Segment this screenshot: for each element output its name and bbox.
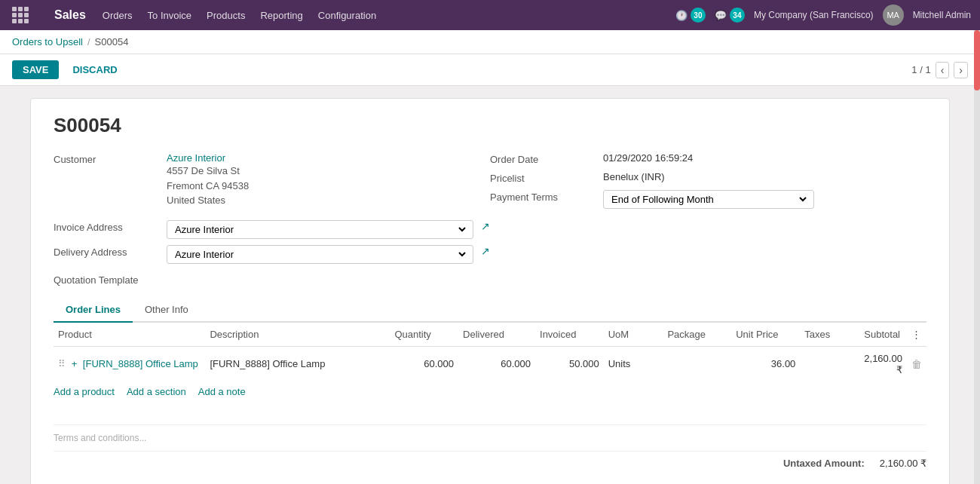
row-unit-price: 36.00 — [731, 346, 800, 381]
terms-placeholder[interactable]: Terms and conditions... — [54, 433, 146, 443]
col-header-delivered: Delivered — [458, 323, 535, 347]
payment-terms-select-wrap[interactable]: End of Following Month — [603, 190, 814, 209]
delivery-address-value: Azure Interior — [167, 245, 473, 264]
col-header-quantity: Quantity — [390, 323, 458, 347]
avatar[interactable]: MA — [883, 5, 904, 26]
top-right-controls: 🕐 30 💬 34 My Company (San Francisco) MA … — [675, 5, 971, 26]
drag-handle[interactable]: ⠿ — [58, 358, 66, 369]
row-package — [663, 346, 731, 381]
tabs-bar: Order Lines Other Info — [54, 298, 926, 323]
prev-page-button[interactable]: ‹ — [936, 62, 950, 78]
pagination-info: 1 / 1 ‹ › — [911, 62, 968, 78]
menu-configuration[interactable]: Configuration — [317, 7, 378, 24]
form-right: Order Date 01/29/2020 16:59:24 Pricelist… — [490, 152, 926, 286]
totals-row: Untaxed Amount: 2,160.00 ₹ — [54, 451, 926, 475]
menu-orders[interactable]: Orders — [101, 7, 134, 24]
row-taxes — [800, 346, 859, 381]
payment-terms-label: Payment Terms — [490, 190, 596, 203]
customer-label: Customer — [54, 152, 159, 165]
table-row: ⠿ + [FURN_8888] Office Lamp [FURN_8888] … — [54, 346, 926, 381]
add-note-link[interactable]: Add a note — [198, 386, 246, 397]
scrollbar-thumb[interactable] — [974, 30, 980, 90]
row-uom: Units — [604, 346, 663, 381]
delivery-address-label: Delivery Address — [54, 245, 159, 258]
next-page-button[interactable]: › — [954, 62, 968, 78]
apps-grid-icon[interactable] — [9, 4, 32, 26]
document-card: S00054 Customer Azure Interior 4557 De S… — [30, 98, 950, 484]
col-header-taxes: Taxes — [800, 323, 859, 347]
delivery-address-select-wrap[interactable]: Azure Interior — [167, 245, 473, 264]
pagination-text: 1 / 1 — [911, 64, 930, 75]
order-date-value: 01/29/2020 16:59:24 — [603, 152, 693, 164]
menu-products[interactable]: Products — [205, 7, 247, 24]
breadcrumb-parent[interactable]: Orders to Upsell — [12, 36, 83, 47]
add-product-link[interactable]: Add a product — [54, 386, 115, 397]
invoice-address-value: Azure Interior — [167, 220, 473, 239]
user-name[interactable]: Mitchell Admin — [913, 10, 971, 20]
page-scrollbar[interactable] — [974, 30, 980, 484]
col-header-package: Package — [663, 323, 731, 347]
tab-other-info[interactable]: Other Info — [133, 298, 201, 323]
col-header-subtotal: Subtotal — [859, 323, 907, 347]
invoice-address-select-wrap[interactable]: Azure Interior — [167, 220, 473, 239]
quotation-template-row: Quotation Template — [54, 273, 490, 286]
col-header-description: Description — [205, 323, 390, 347]
breadcrumb: Orders to Upsell / S00054 — [0, 30, 980, 54]
terms-area: Terms and conditions... — [54, 424, 926, 443]
order-lines-table: Product Description Quantity Delivered I… — [54, 323, 926, 381]
delivery-address-ext-link[interactable]: ↗ — [481, 245, 490, 257]
main-content: S00054 Customer Azure Interior 4557 De S… — [15, 86, 965, 484]
add-section-link[interactable]: Add a section — [127, 386, 186, 397]
col-header-product: Product — [54, 323, 205, 347]
clock-icon-group[interactable]: 🕐 30 — [675, 8, 706, 23]
menu-reporting[interactable]: Reporting — [259, 7, 304, 24]
more-options-icon[interactable]: ⋮ — [911, 329, 921, 340]
row-subtotal: 2,160.00 ₹ — [859, 346, 907, 381]
customer-value: Azure Interior 4557 De Silva St Fremont … — [167, 152, 490, 208]
untaxed-amount-label: Untaxed Amount: — [783, 458, 865, 469]
customer-address-line3: United States — [167, 193, 490, 208]
discard-button[interactable]: DISCARD — [65, 60, 124, 79]
save-button[interactable]: SAVE — [12, 60, 59, 79]
customer-address-line1: 4557 De Silva St — [167, 164, 490, 179]
col-header-unit-price: Unit Price — [731, 323, 800, 347]
breadcrumb-separator: / — [87, 36, 90, 47]
invoice-address-select[interactable]: Azure Interior — [172, 223, 468, 236]
add-row-icon[interactable]: + — [72, 358, 78, 369]
chat-icon-group[interactable]: 💬 34 — [715, 8, 745, 23]
payment-terms-select[interactable]: End of Following Month — [608, 193, 809, 206]
top-menu: Orders To Invoice Products Reporting Con… — [101, 7, 660, 24]
company-selector[interactable]: My Company (San Francisco) — [754, 10, 874, 20]
chat-badge: 34 — [730, 8, 745, 23]
payment-terms-row: Payment Terms End of Following Month — [490, 190, 926, 209]
delivery-address-select[interactable]: Azure Interior — [172, 248, 468, 261]
row-invoiced: 50.000 — [535, 346, 604, 381]
breadcrumb-current: S00054 — [95, 36, 129, 47]
clock-icon: 🕐 — [675, 10, 688, 21]
col-header-uom: UoM — [604, 323, 663, 347]
order-date-label: Order Date — [490, 152, 596, 165]
pricelist-value: Benelux (INR) — [603, 171, 665, 182]
document-title: S00054 — [54, 114, 926, 137]
customer-field-row: Customer Azure Interior 4557 De Silva St… — [54, 152, 490, 208]
tab-order-lines[interactable]: Order Lines — [54, 298, 133, 323]
product-link[interactable]: [FURN_8888] Office Lamp — [83, 358, 198, 369]
customer-address-line2: Fremont CA 94538 — [167, 179, 490, 194]
invoice-address-row: Invoice Address Azure Interior ↗ — [54, 220, 490, 239]
chat-icon: 💬 — [715, 10, 727, 21]
order-date-row: Order Date 01/29/2020 16:59:24 — [490, 152, 926, 165]
menu-to-invoice[interactable]: To Invoice — [146, 7, 194, 24]
row-quantity: 60.000 — [390, 346, 458, 381]
app-brand: Sales — [54, 8, 86, 22]
table-header-row: Product Description Quantity Delivered I… — [54, 323, 926, 347]
row-delivered: 60.000 — [458, 346, 535, 381]
clock-badge: 30 — [691, 8, 706, 23]
invoice-address-ext-link[interactable]: ↗ — [481, 220, 490, 232]
delete-row-icon[interactable]: 🗑 — [911, 358, 922, 370]
customer-link[interactable]: Azure Interior — [167, 152, 225, 164]
action-toolbar: SAVE DISCARD 1 / 1 ‹ › — [0, 54, 980, 86]
quotation-template-label: Quotation Template — [54, 273, 159, 286]
row-description: [FURN_8888] Office Lamp — [205, 346, 390, 381]
untaxed-amount-value: 2,160.00 ₹ — [880, 458, 926, 469]
col-header-actions: ⋮ — [907, 323, 926, 347]
